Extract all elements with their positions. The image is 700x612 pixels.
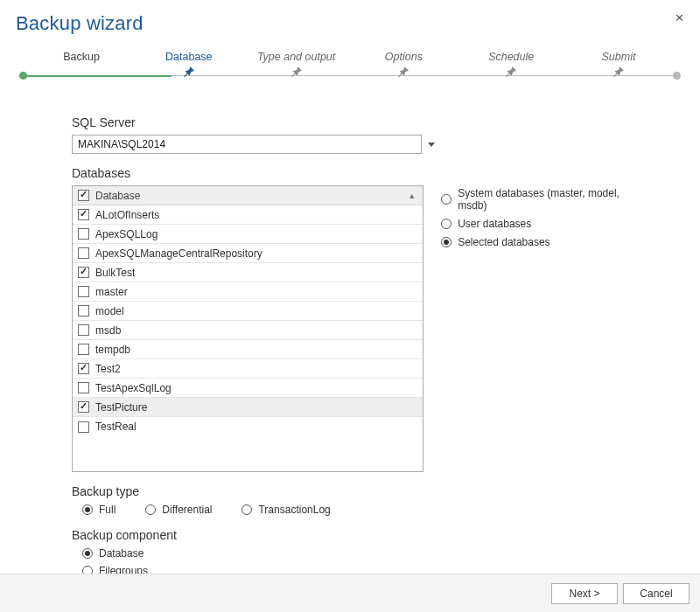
backup-component-label: Backup component <box>72 528 648 542</box>
sort-indicator-icon[interactable]: ▲ <box>408 191 416 200</box>
database-name: tempdb <box>95 344 130 356</box>
radio-icon <box>441 237 452 247</box>
database-checkbox[interactable] <box>78 247 89 259</box>
database-name: ALotOfInserts <box>95 209 159 221</box>
pin-icon <box>289 71 304 83</box>
radio-icon <box>242 504 252 515</box>
radio-label: Full <box>99 504 116 516</box>
radio-icon <box>441 194 452 205</box>
wizard-steps: BackupDatabaseType and outputOptionsSche… <box>33 51 667 83</box>
database-row[interactable]: master <box>73 282 423 302</box>
radio-label: Selected databases <box>458 236 550 248</box>
page-title: Backup wizard <box>16 12 144 35</box>
pin-icon <box>503 71 519 83</box>
database-name: ApexSQLLog <box>95 228 158 240</box>
database-name: msdb <box>95 324 121 337</box>
select-all-checkbox[interactable] <box>78 190 89 201</box>
backup-type-radios: FullDifferentialTransactionLog <box>72 504 648 516</box>
radio-icon <box>441 219 452 229</box>
sql-server-dropdown-button[interactable] <box>425 139 438 150</box>
dialog-footer: Next > Cancel <box>0 574 700 612</box>
radio-label: Differential <box>162 504 212 516</box>
cancel-button[interactable]: Cancel <box>623 583 690 604</box>
step-label-4[interactable]: Schedule <box>463 51 559 63</box>
radio-icon <box>145 504 156 515</box>
step-label-5[interactable]: Submit <box>570 51 667 63</box>
radio-icon <box>82 504 93 515</box>
backup-type-option[interactable]: Differential <box>145 504 212 516</box>
database-checkbox[interactable] <box>78 363 89 374</box>
sql-server-label: SQL Server <box>72 115 648 129</box>
backup-component-option[interactable]: Database <box>82 547 648 560</box>
scope-option[interactable]: Selected databases <box>441 236 648 248</box>
database-checkbox[interactable] <box>78 286 89 297</box>
progress-start-dot <box>19 72 27 80</box>
database-row[interactable]: TestPicture <box>73 398 423 417</box>
radio-icon <box>82 548 93 559</box>
next-button[interactable]: Next > <box>551 583 618 604</box>
database-checkbox[interactable] <box>78 209 89 220</box>
databases-header-row[interactable]: Database ▲ <box>73 186 423 205</box>
radio-label: System databases (master, model, msdb) <box>458 187 648 212</box>
scope-option[interactable]: System databases (master, model, msdb) <box>441 187 648 212</box>
database-row[interactable]: Test2 <box>73 359 423 379</box>
backup-type-label: Backup type <box>72 484 648 498</box>
progress-end-dot <box>673 72 681 80</box>
pin-icon <box>611 71 626 83</box>
scope-option[interactable]: User databases <box>441 218 648 230</box>
database-row[interactable]: ApexSQLLog <box>73 225 423 244</box>
database-row[interactable]: msdb <box>73 321 423 340</box>
backup-type-option[interactable]: Full <box>82 504 116 516</box>
databases-rows: ALotOfInsertsApexSQLLogApexSQLManageCent… <box>73 205 423 436</box>
database-name: TestPicture <box>95 401 147 414</box>
database-checkbox[interactable] <box>78 267 89 278</box>
radio-label: TransactionLog <box>258 504 330 516</box>
step-label-3[interactable]: Options <box>355 51 452 63</box>
step-label-1[interactable]: Database <box>141 51 237 63</box>
database-checkbox[interactable] <box>78 305 89 316</box>
database-checkbox[interactable] <box>78 382 89 393</box>
pin-icon <box>181 71 197 83</box>
database-name: model <box>95 305 124 317</box>
databases-label: Databases <box>72 166 648 180</box>
database-row[interactable]: ApexSQLManageCentralRepository <box>73 244 423 263</box>
database-row[interactable]: TestApexSqlLog <box>73 379 423 398</box>
backup-type-option[interactable]: TransactionLog <box>242 504 330 516</box>
step-label-0[interactable]: Backup <box>33 51 130 63</box>
backup-component-radios: DatabaseFilegroups <box>72 547 648 577</box>
database-scope-radios: System databases (master, model, msdb)Us… <box>441 185 648 248</box>
pin-icon <box>396 71 411 83</box>
database-name: BulkTest <box>95 267 135 279</box>
sql-server-input[interactable] <box>72 135 422 154</box>
database-checkbox[interactable] <box>78 344 89 355</box>
database-name: TestReal <box>95 421 136 433</box>
database-row[interactable]: TestReal <box>73 417 423 436</box>
database-checkbox[interactable] <box>78 401 89 413</box>
database-row[interactable]: ALotOfInserts <box>73 205 423 225</box>
database-checkbox[interactable] <box>78 421 89 433</box>
database-name: Test2 <box>95 363 121 375</box>
wizard-progress: BackupDatabaseType and outputOptionsSche… <box>16 51 684 87</box>
database-row[interactable]: BulkTest <box>73 263 423 282</box>
radio-label: Database <box>99 547 144 560</box>
column-header-database[interactable]: Database <box>95 190 140 202</box>
database-name: ApexSQLManageCentralRepository <box>95 247 262 260</box>
close-icon[interactable]: ✕ <box>675 12 684 24</box>
database-row[interactable]: model <box>73 302 423 321</box>
radio-label: User databases <box>458 218 531 230</box>
database-checkbox[interactable] <box>78 228 89 240</box>
database-name: master <box>95 286 128 298</box>
database-row[interactable]: tempdb <box>73 340 423 359</box>
database-checkbox[interactable] <box>78 324 89 336</box>
step-label-2[interactable]: Type and output <box>248 51 345 63</box>
database-name: TestApexSqlLog <box>95 382 172 394</box>
databases-grid[interactable]: Database ▲ ALotOfInsertsApexSQLLogApexSQ… <box>72 185 424 472</box>
